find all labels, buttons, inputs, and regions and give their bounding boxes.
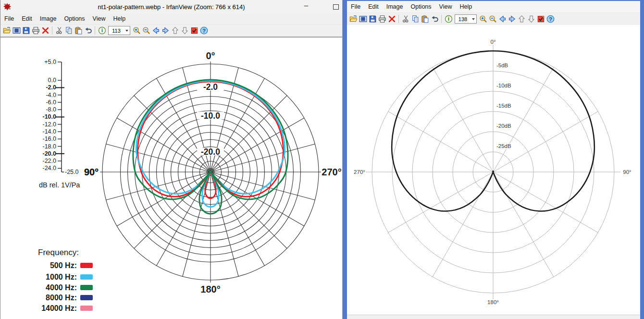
minimize-button[interactable]: – bbox=[299, 1, 313, 9]
chevron-down-icon[interactable] bbox=[471, 15, 476, 23]
menu-item-edit[interactable]: Edit bbox=[364, 3, 383, 10]
menu-item-image[interactable]: Image bbox=[36, 15, 61, 22]
irfanview-window-right: FileEditImageOptionsViewHelp i138? -5dB-… bbox=[342, 0, 644, 319]
down-icon[interactable] bbox=[526, 14, 536, 24]
cut-icon[interactable] bbox=[401, 14, 410, 24]
legend-swatch bbox=[80, 306, 93, 311]
db-axis: +5.00.0-2.0-4.0-6.0-8.0-10.0-12.0-14.0-1… bbox=[39, 59, 99, 189]
delete-icon[interactable] bbox=[387, 14, 396, 24]
menu-item-help[interactable]: Help bbox=[456, 3, 476, 10]
svg-text:?: ? bbox=[202, 27, 205, 34]
open-icon[interactable] bbox=[348, 14, 358, 24]
svg-text:-20.0: -20.0 bbox=[43, 150, 57, 157]
jpg-operations-icon[interactable] bbox=[536, 14, 545, 24]
info-icon[interactable]: i bbox=[97, 26, 107, 36]
legend-swatch bbox=[80, 274, 93, 280]
chevron-down-icon[interactable] bbox=[124, 26, 130, 35]
svg-text:-8.0: -8.0 bbox=[46, 106, 56, 113]
zoom-out-icon[interactable] bbox=[141, 26, 151, 36]
up-icon[interactable] bbox=[517, 14, 526, 24]
svg-text:-6.0: -6.0 bbox=[46, 99, 56, 106]
zoom-level-value: 113 bbox=[109, 28, 124, 34]
up-icon[interactable] bbox=[170, 26, 180, 36]
maximize-button[interactable] bbox=[333, 4, 339, 10]
menu-item-image[interactable]: Image bbox=[383, 3, 407, 10]
forward-icon[interactable] bbox=[161, 26, 170, 36]
irfanview-window-left: nt1-polar-pattern.webp - IrfanView (Zoom… bbox=[0, 0, 342, 319]
svg-text:-14.0: -14.0 bbox=[43, 128, 57, 135]
svg-text:270°: 270° bbox=[354, 169, 365, 175]
zoom-level-value: 138 bbox=[455, 16, 471, 22]
polar-chart-left: -2.0-10.0-20.00°90°180°270°+5.00.0-2.0-4… bbox=[0, 37, 342, 319]
copy-icon[interactable] bbox=[64, 26, 74, 36]
zoom-in-icon[interactable] bbox=[478, 14, 488, 24]
toolbar-separator bbox=[398, 15, 399, 23]
zoom-in-icon[interactable] bbox=[132, 26, 141, 36]
svg-text:4000 Hz:: 4000 Hz: bbox=[46, 283, 77, 292]
jpg-operations-icon[interactable] bbox=[189, 26, 199, 36]
image-canvas-right: -5dB-10dB-15dB-20dB-25dB0°90°180°270° bbox=[347, 25, 640, 315]
back-icon[interactable] bbox=[497, 14, 507, 24]
svg-text:0°: 0° bbox=[206, 50, 215, 61]
save-icon[interactable] bbox=[368, 14, 377, 24]
forward-icon[interactable] bbox=[507, 14, 517, 24]
legend-swatch bbox=[80, 295, 93, 300]
svg-text:0.0: 0.0 bbox=[48, 77, 56, 84]
toolbar-separator bbox=[52, 26, 52, 35]
cut-icon[interactable] bbox=[54, 26, 64, 36]
toolbar: i138? bbox=[347, 12, 640, 25]
svg-text:270°: 270° bbox=[322, 167, 341, 177]
svg-text:180°: 180° bbox=[487, 299, 499, 305]
undo-icon[interactable] bbox=[430, 14, 439, 24]
info-icon[interactable]: i bbox=[444, 14, 453, 24]
zoom-out-icon[interactable] bbox=[488, 14, 497, 24]
menu-item-options[interactable]: Options bbox=[407, 3, 435, 10]
paste-icon[interactable] bbox=[74, 26, 83, 36]
save-icon[interactable] bbox=[21, 26, 31, 36]
menu-item-options[interactable]: Options bbox=[60, 15, 88, 22]
svg-text:-10.0: -10.0 bbox=[43, 113, 57, 120]
image-canvas-left: -2.0-10.0-20.00°90°180°270°+5.00.0-2.0-4… bbox=[0, 37, 342, 319]
copy-icon[interactable] bbox=[410, 14, 420, 24]
irfanview-app-icon bbox=[3, 2, 12, 11]
svg-text:i: i bbox=[448, 16, 449, 22]
open-icon[interactable] bbox=[2, 26, 12, 36]
svg-text:90°: 90° bbox=[84, 167, 99, 177]
menu-item-edit[interactable]: Edit bbox=[18, 15, 36, 22]
svg-text:-24.0: -24.0 bbox=[43, 165, 57, 172]
svg-text:-10dB: -10dB bbox=[496, 83, 511, 88]
print-icon[interactable] bbox=[377, 14, 387, 24]
menu-item-file[interactable]: File bbox=[347, 3, 364, 10]
menu-item-file[interactable]: File bbox=[0, 15, 18, 22]
menu-item-view[interactable]: View bbox=[89, 15, 110, 22]
status-bar bbox=[347, 315, 640, 319]
polar-chart-right: -5dB-10dB-15dB-20dB-25dB0°90°180°270° bbox=[347, 25, 640, 315]
title-bar: nt1-polar-pattern.webp - IrfanView (Zoom… bbox=[0, 0, 342, 13]
svg-text:500 Hz:: 500 Hz: bbox=[50, 261, 77, 270]
svg-text:Frequency:: Frequency: bbox=[38, 248, 79, 257]
paste-icon[interactable] bbox=[420, 14, 430, 24]
window-body: FileEditImageOptionsViewHelp i138? -5dB-… bbox=[347, 1, 640, 319]
slideshow-icon[interactable] bbox=[12, 26, 21, 36]
svg-text:i: i bbox=[101, 27, 103, 33]
undo-icon[interactable] bbox=[83, 26, 93, 36]
delete-icon[interactable] bbox=[40, 26, 50, 36]
back-icon[interactable] bbox=[151, 26, 161, 36]
menu-item-help[interactable]: Help bbox=[109, 15, 129, 22]
svg-text:-18.0: -18.0 bbox=[43, 143, 57, 150]
svg-text:dB rel. 1V/Pa: dB rel. 1V/Pa bbox=[39, 181, 80, 189]
toolbar: i113? bbox=[0, 24, 342, 37]
down-icon[interactable] bbox=[180, 26, 189, 36]
svg-text:-15dB: -15dB bbox=[496, 103, 511, 109]
toolbar-separator bbox=[441, 15, 442, 23]
slideshow-icon[interactable] bbox=[358, 14, 368, 24]
zoom-level-select[interactable]: 138 bbox=[455, 14, 477, 24]
menu-item-view[interactable]: View bbox=[435, 3, 456, 10]
svg-text:1000 Hz:: 1000 Hz: bbox=[46, 273, 77, 281]
help-icon[interactable]: ? bbox=[199, 26, 209, 36]
svg-text:14000 Hz:: 14000 Hz: bbox=[41, 304, 77, 312]
zoom-level-select[interactable]: 113 bbox=[108, 26, 130, 35]
help-icon[interactable]: ? bbox=[545, 14, 555, 24]
print-icon[interactable] bbox=[31, 26, 40, 36]
svg-text:-2.0: -2.0 bbox=[46, 84, 56, 91]
